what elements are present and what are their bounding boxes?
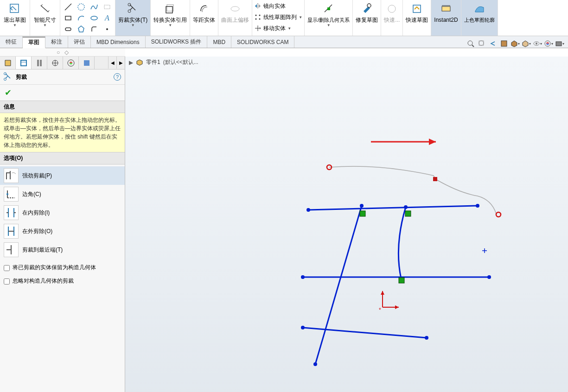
shaded-contour-button[interactable]: 上色草图轮廓 — [461, 0, 498, 36]
chevron-down-icon[interactable]: ▼ — [43, 23, 47, 27]
svg-rect-37 — [40, 60, 42, 66]
display-style-icon[interactable]: ▾ — [522, 39, 531, 48]
svg-point-74 — [404, 205, 408, 209]
quick-sketch-button[interactable]: 快速草图 — [403, 0, 431, 36]
property-manager-tab-icon[interactable] — [16, 57, 32, 69]
chk2-label: 忽略对构造几何体的剪裁 — [13, 277, 74, 285]
svg-rect-3 — [104, 5, 110, 9]
graphics-viewport[interactable]: ▶ 零件1 (默认<<默认... — [125, 57, 568, 392]
chevron-down-icon[interactable]: ▼ — [327, 23, 331, 27]
svg-rect-6 — [65, 28, 71, 31]
instant2d-button[interactable]: Instant2D — [431, 0, 461, 36]
svg-rect-59 — [433, 177, 437, 181]
config-manager-tab-icon[interactable] — [32, 57, 47, 69]
tab-sketch[interactable]: 草图 — [23, 37, 45, 48]
text-tool-icon[interactable]: A — [101, 13, 113, 23]
move-entities-button[interactable]: 移动实体▼ — [254, 23, 302, 33]
option-corner[interactable]: 边角(C) — [0, 185, 125, 203]
fillet-tool-icon[interactable] — [88, 24, 100, 34]
svg-marker-80 — [381, 291, 384, 295]
rectangle-tool-icon[interactable] — [62, 13, 74, 23]
repair-icon — [361, 2, 373, 16]
svg-point-72 — [360, 204, 364, 208]
panel-next-icon[interactable]: ▶ — [116, 57, 125, 69]
previous-view-icon[interactable] — [488, 39, 498, 48]
convert-entities-button[interactable]: 转换实体引用 ▼ — [151, 0, 190, 36]
repair-label: 修复草图 — [356, 17, 378, 23]
option-power-trim[interactable]: 强劲剪裁(P) — [0, 166, 125, 185]
tab-sw-cam[interactable]: SOLIDWORKS CAM — [231, 36, 294, 48]
sketch-canvas[interactable]: * — [125, 57, 568, 392]
svg-point-58 — [496, 212, 501, 217]
section-view-icon[interactable] — [499, 39, 509, 48]
tab-evaluate[interactable]: 评估 — [68, 36, 91, 48]
arc-tool-icon[interactable] — [75, 13, 87, 23]
option-trim-inside[interactable]: 在内剪除(I) — [0, 203, 125, 222]
circle-tool-icon[interactable] — [75, 2, 87, 12]
tab-sw-addins[interactable]: SOLIDWORKS 插件 — [146, 36, 208, 48]
trim-outside-icon — [4, 224, 19, 239]
svg-point-16 — [255, 19, 257, 20]
tab-features[interactable]: 特征 — [0, 36, 23, 48]
dimxpert-tab-icon[interactable] — [47, 57, 63, 69]
chk1-input[interactable] — [4, 265, 10, 271]
svg-point-15 — [259, 15, 261, 16]
options-section-head: 选项(O) — [0, 152, 125, 164]
opt1-label: 强劲剪裁(P) — [22, 172, 52, 180]
chk2-input[interactable] — [4, 278, 10, 285]
svg-marker-7 — [78, 26, 84, 32]
cam-tab-icon[interactable] — [79, 57, 95, 69]
slot-tool-icon[interactable] — [62, 24, 74, 34]
spline-tool-icon[interactable] — [88, 2, 100, 12]
tab-mbd-dim[interactable]: MBD Dimensions — [91, 36, 146, 48]
exit-sketch-button[interactable]: 退出草图 ▼ — [0, 0, 30, 36]
apply-scene-icon[interactable]: ▾ — [555, 39, 564, 48]
svg-marker-61 — [429, 139, 436, 145]
svg-line-62 — [308, 206, 478, 210]
panel-prev-icon[interactable]: ◀ — [108, 57, 116, 69]
pm-title: 剪裁 — [16, 73, 114, 81]
hide-show-icon[interactable]: ▾ — [533, 39, 542, 48]
tab-mbd[interactable]: MBD — [207, 36, 231, 48]
ignore-construction-checkbox[interactable]: 忽略对构造几何体的剪裁 — [0, 274, 125, 288]
linear-pattern-button[interactable]: 线性草图阵列▼ — [254, 12, 302, 22]
option-trim-nearest[interactable]: 剪裁到最近端(T) — [0, 240, 125, 259]
tab-annotate[interactable]: 标注 — [45, 36, 68, 48]
smart-dimension-button[interactable]: 智能尺寸 ▼ — [30, 0, 60, 36]
keep-as-construction-checkbox[interactable]: 将已剪裁的实体保留为构造几何体 — [0, 261, 125, 274]
zoom-fit-icon[interactable] — [466, 39, 475, 48]
chevron-down-icon[interactable]: ▼ — [13, 23, 17, 27]
ellipse-tool-icon[interactable] — [88, 13, 100, 23]
chevron-down-icon[interactable]: ▼ — [131, 23, 135, 27]
help-icon[interactable]: ? — [114, 73, 121, 81]
view-orientation-icon[interactable]: ▾ — [511, 39, 520, 48]
quick-sketch-label: 快速草图 — [406, 17, 428, 23]
display-relations-button[interactable]: 显示/删除几何关系 ▼ — [305, 0, 353, 36]
chevron-down-icon[interactable]: ▼ — [168, 23, 172, 27]
point-tool-icon[interactable] — [101, 24, 113, 34]
mirror-entities-button[interactable]: 镜向实体 — [254, 1, 302, 11]
plane-tool-icon[interactable] — [101, 2, 113, 12]
svg-point-2 — [78, 4, 84, 10]
quick-label: 快速... — [384, 17, 400, 23]
ok-check-icon[interactable]: ✔ — [5, 88, 12, 97]
opt4-label: 在外剪除(O) — [22, 228, 52, 235]
repair-sketch-button[interactable]: 修复草图 — [353, 0, 381, 36]
move-label: 移动实体 — [263, 25, 286, 32]
corner-icon — [4, 187, 19, 202]
offset-entities-button[interactable]: 等距实体 — [190, 0, 218, 36]
option-trim-outside[interactable]: 在外剪除(O) — [0, 222, 125, 240]
line-tool-icon[interactable] — [62, 2, 74, 12]
trim-entity-button[interactable]: 剪裁实体(T) ▼ — [115, 0, 151, 36]
edit-appearance-icon[interactable]: ▾ — [544, 39, 553, 48]
zoom-area-icon[interactable] — [477, 39, 486, 48]
display-manager-tab-icon[interactable] — [63, 57, 79, 69]
quick-icon — [387, 2, 397, 16]
polygon-tool-icon[interactable] — [75, 24, 87, 34]
svg-point-25 — [468, 41, 472, 45]
ribbon-toolbar: 退出草图 ▼ 智能尺寸 ▼ A 剪裁实体(T) ▼ 转换实体引用 ▼ 等距实体 … — [0, 0, 568, 36]
quick-button[interactable]: 快速... — [381, 0, 403, 36]
feature-tree-tab-icon[interactable] — [0, 57, 16, 69]
instant2d-label: Instant2D — [434, 17, 458, 23]
surface-offset-button[interactable]: 曲面上偏移 — [218, 0, 252, 36]
